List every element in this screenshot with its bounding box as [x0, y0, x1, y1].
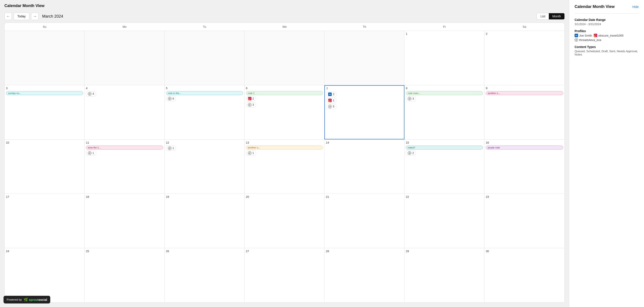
list-view-button[interactable]: List [537, 13, 549, 19]
instagram-count-badge[interactable]: ◯ 2 [246, 96, 256, 101]
sidebar: Calendar Month View Hide Calendar Date R… [569, 0, 644, 307]
day-number: 1 [406, 32, 483, 35]
month-title: March 2024 [42, 14, 535, 19]
week-row-1: 1 2 [5, 31, 564, 85]
day-number: 7 [326, 87, 403, 90]
day-number: 3 [6, 86, 83, 90]
event-pill[interactable]: purple note [486, 146, 563, 150]
threads-count-badge[interactable]: @ 1 [86, 150, 96, 156]
day-number: 26 [166, 250, 243, 253]
sidebar-section-title-date-range: Calendar Date Range [574, 18, 639, 21]
profile-row-2: @ threads4eva_eva [574, 38, 639, 42]
hide-button[interactable]: Hide [632, 5, 639, 8]
threads-count-badge[interactable]: @ 1 [246, 150, 256, 156]
week-row-2: 3 sunday no... 4 @ 4 5 note in t [5, 85, 564, 140]
page-title: Calendar Month View [0, 0, 569, 10]
day-cell-mar19: 19 [165, 194, 245, 248]
day-number: 18 [86, 195, 163, 198]
day-number: 25 [86, 250, 163, 253]
badge-count: 2 [333, 93, 334, 96]
threads-count-badge[interactable]: @ 2 [406, 150, 416, 156]
threads-count-badge[interactable]: @ 5 [326, 104, 336, 109]
day-cell-mar21: 21 [324, 194, 404, 248]
threads-count-badge[interactable]: @ 1 [166, 146, 176, 151]
threads-count-badge[interactable]: @ 3 [406, 96, 416, 101]
day-number: 5 [166, 86, 243, 90]
event-pill[interactable]: another n... [246, 146, 323, 150]
day-cell-mar30: 30 [484, 248, 564, 302]
threads-icon: @ [574, 38, 578, 42]
event-pill[interactable]: sunday no... [6, 91, 83, 95]
day-number: 22 [406, 195, 483, 198]
day-cell-mar26: 26 [165, 248, 245, 302]
day-cell-mar11: 11 wow the 1... @ 1 [85, 140, 165, 194]
today-button[interactable]: Today [14, 12, 29, 20]
day-cell-mar12: 12 @ 1 [165, 140, 245, 194]
badge-count: 4 [92, 92, 94, 95]
event-pill[interactable]: notes!! [406, 146, 483, 150]
powered-by-footer: Powered by 🌿 sproutsocial [4, 296, 50, 304]
event-pill[interactable]: note 1 [246, 91, 323, 95]
linkedin-icon: in [574, 34, 578, 37]
day-cell-mar4: 4 @ 4 [85, 85, 165, 139]
day-cell-mar20: 20 [245, 194, 325, 248]
calendar-container: ← Today → March 2024 List Month Su Mo Tu… [0, 10, 569, 307]
day-number: 21 [326, 195, 403, 198]
event-pill[interactable]: note in the... [166, 91, 243, 95]
threads-icon: @ [248, 151, 252, 155]
threads-icon: @ [88, 151, 92, 155]
day-cell-mar3: 3 sunday no... [5, 85, 85, 139]
threads-count-badge[interactable]: @ 6 [166, 96, 176, 101]
instagram-count-badge[interactable]: ◯ 1 [326, 98, 336, 103]
day-cell-mar6: 6 note 1 ◯ 2 @ 3 [245, 85, 325, 139]
day-cell-mar18: 18 [85, 194, 165, 248]
day-number: 6 [246, 86, 323, 90]
instagram-icon: ◯ [248, 97, 252, 100]
day-cell-mar1: 1 [404, 31, 484, 85]
next-month-button[interactable]: → [31, 12, 38, 20]
day-cell-mar23: 23 [484, 194, 564, 248]
event-pill[interactable]: wow the 1... [86, 146, 163, 150]
instagram-icon: ◯ [328, 99, 332, 102]
day-header-su: Su [5, 23, 85, 31]
profile-name: Joe Smith [579, 34, 592, 37]
profile-name: obscure_travel1005 [598, 34, 624, 37]
day-number: 27 [246, 250, 323, 253]
day-cell-mar9: 9 another n... [484, 85, 564, 139]
day-header-we: We [245, 23, 325, 31]
day-cell-mar17: 17 [5, 194, 85, 248]
day-number: 17 [6, 195, 83, 198]
day-cell-mar8: 8 note marc... @ 3 [404, 85, 484, 139]
day-cell-mar24: 24 [5, 248, 85, 302]
day-cell-feb26 [85, 31, 165, 85]
sidebar-date-range-section: Calendar Date Range 3/1/2024 - 3/31/2024 [574, 18, 639, 26]
linkedin-icon: in [328, 92, 332, 96]
badge-count: 2 [412, 152, 414, 155]
threads-count-badge[interactable]: @ 4 [86, 91, 96, 96]
day-cell-mar25: 25 [85, 248, 165, 302]
sidebar-profiles-section: Profiles in Joe Smith ◯ obscure_travel10… [574, 29, 639, 42]
weeks: 1 2 3 sunday no... 4 [5, 31, 564, 302]
prev-month-button[interactable]: ← [4, 12, 12, 20]
day-number: 10 [6, 141, 83, 144]
event-pill[interactable]: another n... [486, 91, 563, 95]
sidebar-section-title-content-types: Content Types [574, 45, 639, 49]
day-cell-mar28: 28 [324, 248, 404, 302]
day-header-tu: Tu [165, 23, 245, 31]
event-pill[interactable]: note marc... [406, 91, 483, 95]
threads-count-badge[interactable]: @ 3 [246, 102, 256, 107]
month-view-button[interactable]: Month [549, 13, 564, 19]
linkedin-count-badge[interactable]: in 2 [326, 92, 336, 97]
week-row-5: 24 25 26 27 28 29 [5, 248, 564, 302]
profile-joe-smith: in Joe Smith [574, 34, 592, 37]
day-header-fr: Fr [404, 23, 484, 31]
threads-icon: @ [248, 103, 252, 107]
sidebar-section-title-profiles: Profiles [574, 29, 639, 33]
sidebar-title: Calendar Month View [574, 4, 615, 9]
profile-threads: @ threads4eva_eva [574, 38, 601, 42]
sprout-brand-text: sproutsocial [29, 298, 47, 302]
day-number: 12 [166, 141, 243, 144]
sidebar-content-types-section: Content Types Queued, Scheduled, Draft, … [574, 45, 639, 56]
sprout-icon: 🌿 [24, 298, 28, 302]
day-cell-mar13: 13 another n... @ 1 [245, 140, 325, 194]
